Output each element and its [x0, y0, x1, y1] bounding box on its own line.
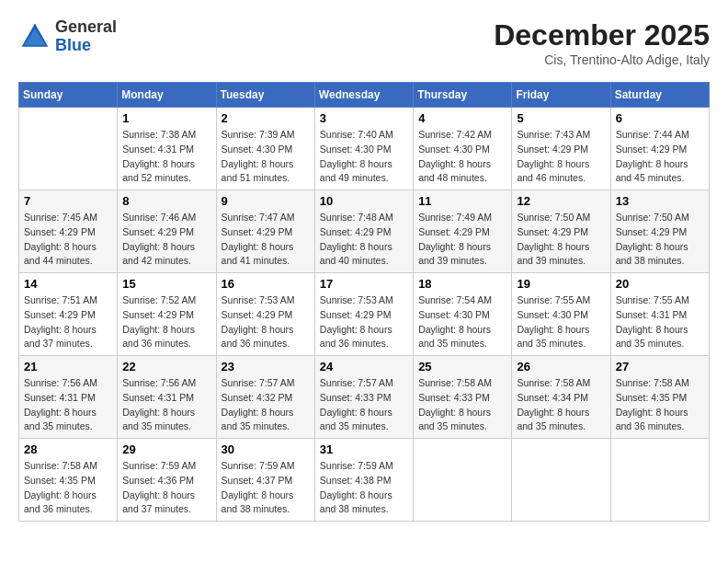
calendar-cell: 31Sunrise: 7:59 AM Sunset: 4:38 PM Dayli…	[314, 439, 413, 522]
day-number: 15	[122, 277, 210, 291]
logo-general: General	[55, 18, 117, 37]
day-number: 17	[320, 277, 408, 291]
month-title: December 2025	[494, 18, 710, 52]
column-header-wednesday: Wednesday	[314, 83, 413, 108]
day-info: Sunrise: 7:43 AM Sunset: 4:29 PM Dayligh…	[517, 128, 605, 186]
calendar-cell: 12Sunrise: 7:50 AM Sunset: 4:29 PM Dayli…	[512, 190, 610, 273]
logo-blue: Blue	[55, 37, 117, 55]
day-info: Sunrise: 7:53 AM Sunset: 4:29 PM Dayligh…	[320, 293, 408, 351]
week-row-3: 14Sunrise: 7:51 AM Sunset: 4:29 PM Dayli…	[19, 273, 710, 356]
calendar-cell: 2Sunrise: 7:39 AM Sunset: 4:30 PM Daylig…	[216, 108, 314, 190]
logo: General Blue	[18, 18, 117, 55]
day-number: 13	[616, 194, 704, 208]
day-info: Sunrise: 7:58 AM Sunset: 4:34 PM Dayligh…	[517, 376, 605, 434]
day-info: Sunrise: 7:58 AM Sunset: 4:35 PM Dayligh…	[24, 459, 112, 517]
calendar-cell: 14Sunrise: 7:51 AM Sunset: 4:29 PM Dayli…	[19, 273, 118, 356]
column-header-friday: Friday	[512, 83, 610, 108]
day-info: Sunrise: 7:59 AM Sunset: 4:37 PM Dayligh…	[222, 459, 310, 517]
day-number: 2	[222, 111, 310, 125]
day-number: 7	[24, 194, 112, 208]
calendar-cell: 17Sunrise: 7:53 AM Sunset: 4:29 PM Dayli…	[314, 273, 413, 356]
day-number: 5	[517, 111, 605, 125]
day-number: 14	[24, 277, 112, 291]
day-info: Sunrise: 7:51 AM Sunset: 4:29 PM Dayligh…	[24, 293, 112, 351]
day-info: Sunrise: 7:59 AM Sunset: 4:38 PM Dayligh…	[320, 459, 408, 517]
column-header-tuesday: Tuesday	[216, 83, 314, 108]
day-number: 26	[517, 360, 605, 373]
day-number: 25	[418, 360, 506, 373]
day-number: 12	[517, 194, 605, 208]
day-info: Sunrise: 7:55 AM Sunset: 4:30 PM Dayligh…	[517, 293, 605, 351]
calendar-cell: 3Sunrise: 7:40 AM Sunset: 4:30 PM Daylig…	[314, 108, 413, 190]
day-info: Sunrise: 7:47 AM Sunset: 4:29 PM Dayligh…	[222, 211, 310, 269]
day-number: 6	[616, 111, 704, 125]
calendar-header: SundayMondayTuesdayWednesdayThursdayFrid…	[19, 83, 710, 108]
day-info: Sunrise: 7:49 AM Sunset: 4:29 PM Dayligh…	[418, 211, 506, 269]
calendar-cell: 23Sunrise: 7:57 AM Sunset: 4:32 PM Dayli…	[216, 356, 314, 439]
calendar-cell: 1Sunrise: 7:38 AM Sunset: 4:31 PM Daylig…	[118, 108, 216, 190]
column-header-monday: Monday	[118, 83, 216, 108]
day-info: Sunrise: 7:46 AM Sunset: 4:29 PM Dayligh…	[122, 211, 210, 269]
day-number: 16	[222, 277, 310, 291]
calendar-cell: 13Sunrise: 7:50 AM Sunset: 4:29 PM Dayli…	[610, 190, 709, 273]
column-header-saturday: Saturday	[610, 83, 709, 108]
calendar-cell: 21Sunrise: 7:56 AM Sunset: 4:31 PM Dayli…	[19, 356, 118, 439]
day-info: Sunrise: 7:38 AM Sunset: 4:31 PM Dayligh…	[122, 128, 210, 186]
day-number: 30	[222, 442, 310, 456]
calendar-cell	[610, 439, 709, 522]
column-header-sunday: Sunday	[19, 83, 118, 108]
calendar-cell: 30Sunrise: 7:59 AM Sunset: 4:37 PM Dayli…	[216, 439, 314, 522]
calendar-cell: 16Sunrise: 7:53 AM Sunset: 4:29 PM Dayli…	[216, 273, 314, 356]
day-info: Sunrise: 7:53 AM Sunset: 4:29 PM Dayligh…	[222, 293, 310, 351]
day-number: 21	[24, 360, 112, 373]
location: Cis, Trentino-Alto Adige, Italy	[494, 52, 710, 67]
calendar-cell: 20Sunrise: 7:55 AM Sunset: 4:31 PM Dayli…	[610, 273, 709, 356]
week-row-5: 28Sunrise: 7:58 AM Sunset: 4:35 PM Dayli…	[19, 439, 710, 522]
day-number: 10	[320, 194, 408, 208]
day-number: 23	[222, 360, 310, 373]
calendar-cell: 28Sunrise: 7:58 AM Sunset: 4:35 PM Dayli…	[19, 439, 118, 522]
day-number: 31	[320, 442, 408, 456]
day-info: Sunrise: 7:58 AM Sunset: 4:33 PM Dayligh…	[418, 376, 506, 434]
calendar-cell	[512, 439, 610, 522]
day-number: 28	[24, 442, 112, 456]
logo-icon	[18, 20, 51, 53]
calendar-cell: 6Sunrise: 7:44 AM Sunset: 4:29 PM Daylig…	[610, 108, 709, 190]
day-number: 9	[222, 194, 310, 208]
day-info: Sunrise: 7:52 AM Sunset: 4:29 PM Dayligh…	[122, 293, 210, 351]
day-number: 22	[122, 360, 210, 373]
calendar-cell: 22Sunrise: 7:56 AM Sunset: 4:31 PM Dayli…	[118, 356, 216, 439]
day-info: Sunrise: 7:57 AM Sunset: 4:33 PM Dayligh…	[320, 376, 408, 434]
day-number: 18	[418, 277, 506, 291]
day-info: Sunrise: 7:44 AM Sunset: 4:29 PM Dayligh…	[616, 128, 704, 186]
week-row-4: 21Sunrise: 7:56 AM Sunset: 4:31 PM Dayli…	[19, 356, 710, 439]
week-row-1: 1Sunrise: 7:38 AM Sunset: 4:31 PM Daylig…	[19, 108, 710, 190]
day-info: Sunrise: 7:48 AM Sunset: 4:29 PM Dayligh…	[320, 211, 408, 269]
calendar-body: 1Sunrise: 7:38 AM Sunset: 4:31 PM Daylig…	[19, 108, 710, 522]
day-info: Sunrise: 7:55 AM Sunset: 4:31 PM Dayligh…	[616, 293, 704, 351]
calendar-cell: 15Sunrise: 7:52 AM Sunset: 4:29 PM Dayli…	[118, 273, 216, 356]
day-number: 1	[122, 111, 210, 125]
day-number: 24	[320, 360, 408, 373]
day-number: 3	[320, 111, 408, 125]
calendar-cell: 11Sunrise: 7:49 AM Sunset: 4:29 PM Dayli…	[414, 190, 512, 273]
day-number: 20	[616, 277, 704, 291]
day-info: Sunrise: 7:45 AM Sunset: 4:29 PM Dayligh…	[24, 211, 112, 269]
day-info: Sunrise: 7:56 AM Sunset: 4:31 PM Dayligh…	[24, 376, 112, 434]
day-number: 27	[616, 360, 704, 373]
day-info: Sunrise: 7:57 AM Sunset: 4:32 PM Dayligh…	[222, 376, 310, 434]
calendar-cell: 27Sunrise: 7:58 AM Sunset: 4:35 PM Dayli…	[610, 356, 709, 439]
calendar-cell: 7Sunrise: 7:45 AM Sunset: 4:29 PM Daylig…	[19, 190, 118, 273]
week-row-2: 7Sunrise: 7:45 AM Sunset: 4:29 PM Daylig…	[19, 190, 710, 273]
day-number: 29	[122, 442, 210, 456]
calendar-cell: 4Sunrise: 7:42 AM Sunset: 4:30 PM Daylig…	[414, 108, 512, 190]
day-info: Sunrise: 7:42 AM Sunset: 4:30 PM Dayligh…	[418, 128, 506, 186]
calendar-cell: 24Sunrise: 7:57 AM Sunset: 4:33 PM Dayli…	[314, 356, 413, 439]
calendar-cell: 25Sunrise: 7:58 AM Sunset: 4:33 PM Dayli…	[414, 356, 512, 439]
logo-text: General Blue	[55, 18, 117, 55]
day-info: Sunrise: 7:54 AM Sunset: 4:30 PM Dayligh…	[418, 293, 506, 351]
day-number: 11	[418, 194, 506, 208]
title-block: December 2025 Cis, Trentino-Alto Adige, …	[494, 18, 710, 67]
day-number: 4	[418, 111, 506, 125]
calendar-cell	[414, 439, 512, 522]
